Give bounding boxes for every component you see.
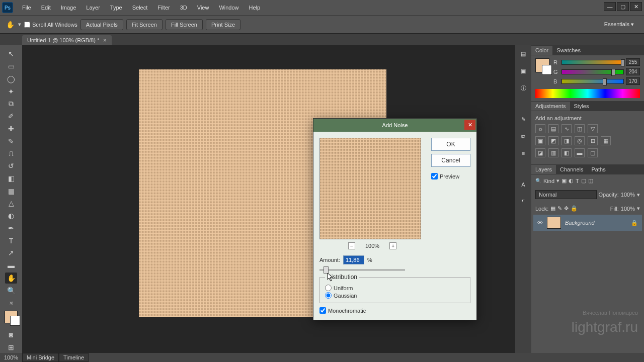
filter-smart-icon[interactable]: ◫ bbox=[588, 177, 593, 184]
filter-pixel-icon[interactable]: ▣ bbox=[561, 177, 567, 184]
zoom-in-button[interactable]: + bbox=[389, 242, 396, 249]
tab-paths[interactable]: Paths bbox=[588, 165, 610, 174]
menu-filter[interactable]: Filter bbox=[152, 3, 175, 13]
dialog-title[interactable]: Add Noise ✕ bbox=[313, 119, 476, 132]
cancel-button[interactable]: Cancel bbox=[431, 154, 470, 167]
b-value[interactable]: 170 bbox=[626, 77, 640, 85]
layer-row[interactable]: 👁 Background 🔒 bbox=[533, 215, 642, 231]
hand-tool[interactable]: ✋ bbox=[5, 273, 17, 284]
g-slider[interactable] bbox=[561, 69, 624, 74]
history-brush-tool[interactable]: ↺ bbox=[5, 160, 17, 172]
g-value[interactable]: 204 bbox=[626, 68, 640, 75]
lock-all-icon[interactable]: 🔒 bbox=[571, 205, 578, 212]
fit-screen-button[interactable]: Fit Screen bbox=[126, 19, 163, 30]
preview-checkbox[interactable]: Preview bbox=[431, 173, 470, 179]
brush-panel-icon[interactable]: ✎ bbox=[519, 115, 528, 124]
menu-select[interactable]: Select bbox=[127, 3, 153, 13]
ok-button[interactable]: OK bbox=[431, 138, 470, 151]
invert-icon[interactable]: ◪ bbox=[535, 148, 545, 157]
selective-icon[interactable]: ▢ bbox=[588, 148, 598, 157]
type-tool[interactable]: T bbox=[5, 235, 17, 246]
menu-type[interactable]: Type bbox=[105, 3, 127, 13]
blend-mode-select[interactable]: Normal bbox=[535, 190, 597, 199]
clone-panel-icon[interactable]: ⧉ bbox=[519, 132, 528, 141]
actual-pixels-button[interactable]: Actual Pixels bbox=[80, 19, 123, 30]
move-tool[interactable]: ↖ bbox=[5, 48, 17, 60]
b-slider[interactable] bbox=[561, 79, 624, 84]
history-icon[interactable]: ▤ bbox=[519, 49, 528, 58]
actions-icon[interactable]: ▣ bbox=[519, 66, 528, 75]
character-icon[interactable]: A bbox=[519, 180, 528, 189]
hue-icon[interactable]: ▣ bbox=[535, 136, 545, 145]
pen-tool[interactable]: ✒ bbox=[5, 223, 17, 234]
gradient-map-icon[interactable]: ▬ bbox=[575, 148, 585, 157]
lasso-tool[interactable]: ◯ bbox=[5, 73, 17, 85]
eraser-tool[interactable]: ◧ bbox=[5, 173, 17, 185]
filter-adj-icon[interactable]: ◐ bbox=[569, 177, 574, 184]
photo-filter-icon[interactable]: ◎ bbox=[575, 136, 585, 145]
marquee-tool[interactable]: ▭ bbox=[5, 61, 17, 72]
app-logo[interactable]: Ps bbox=[2, 2, 13, 13]
close-tab-icon[interactable]: × bbox=[103, 37, 106, 43]
tab-channels[interactable]: Channels bbox=[556, 165, 587, 174]
document-tab[interactable]: Untitled-1 @ 100% (RGB/8) * × bbox=[22, 35, 112, 45]
crop-tool[interactable]: ⧉ bbox=[5, 98, 17, 110]
color-swatch[interactable] bbox=[535, 58, 549, 72]
tab-layers[interactable]: Layers bbox=[531, 165, 556, 174]
zoom-level[interactable]: 100% bbox=[4, 354, 18, 360]
layer-thumbnail[interactable] bbox=[547, 217, 561, 229]
workspace-switcher[interactable]: Essentials ▾ bbox=[599, 19, 639, 30]
menu-3d[interactable]: 3D bbox=[175, 3, 192, 13]
dialog-close-button[interactable]: ✕ bbox=[464, 120, 475, 130]
tab-adjustments[interactable]: Adjustments bbox=[531, 102, 570, 111]
spectrum-bar[interactable] bbox=[535, 89, 640, 98]
tab-swatches[interactable]: Swatches bbox=[552, 46, 585, 55]
gradient-tool[interactable]: ▦ bbox=[5, 185, 17, 197]
exposure-icon[interactable]: ◫ bbox=[575, 124, 585, 133]
tab-color[interactable]: Color bbox=[531, 46, 552, 55]
r-slider[interactable] bbox=[561, 60, 624, 65]
opacity-value[interactable]: 100% bbox=[621, 192, 635, 198]
curves-icon[interactable]: ∿ bbox=[561, 124, 572, 133]
blur-tool[interactable]: △ bbox=[5, 198, 17, 209]
minimize-button[interactable]: — bbox=[604, 2, 616, 11]
maximize-button[interactable]: ▢ bbox=[617, 2, 629, 11]
menu-layer[interactable]: Layer bbox=[81, 3, 105, 13]
hand-tool-icon[interactable]: ✋ bbox=[5, 20, 15, 30]
fill-screen-button[interactable]: Fill Screen bbox=[166, 19, 203, 30]
menu-window[interactable]: Window bbox=[214, 3, 244, 13]
shape-tool[interactable]: ▬ bbox=[5, 260, 17, 272]
swap-colors-icon[interactable]: ⤭ bbox=[5, 297, 17, 309]
paragraph-icon[interactable]: ¶ bbox=[519, 197, 528, 206]
info-icon[interactable]: ⓘ bbox=[519, 83, 528, 93]
noise-preview[interactable] bbox=[319, 138, 421, 239]
vibrance-icon[interactable]: ▽ bbox=[588, 124, 598, 133]
lock-pos-icon[interactable]: ✥ bbox=[564, 205, 569, 212]
zoom-tool[interactable]: 🔍 bbox=[5, 285, 17, 296]
fill-value[interactable]: 100% bbox=[621, 206, 635, 212]
lookup-icon[interactable]: ▦ bbox=[601, 136, 611, 145]
heal-tool[interactable]: ✚ bbox=[5, 123, 17, 135]
posterize-icon[interactable]: ▥ bbox=[548, 148, 558, 157]
mini-bridge-tab[interactable]: Mini Bridge bbox=[22, 353, 59, 362]
menu-help[interactable]: Help bbox=[244, 3, 266, 13]
foreground-color-swatch[interactable] bbox=[5, 311, 18, 323]
stamp-tool[interactable]: ⎍ bbox=[5, 148, 17, 159]
levels-icon[interactable]: ▤ bbox=[548, 124, 558, 133]
amount-slider[interactable] bbox=[319, 269, 405, 270]
threshold-icon[interactable]: ◧ bbox=[561, 148, 572, 157]
print-size-button[interactable]: Print Size bbox=[206, 19, 240, 30]
amount-input[interactable]: 11,86 bbox=[343, 255, 364, 264]
monochromatic-checkbox[interactable]: Monochromatic bbox=[319, 307, 470, 314]
layer-name[interactable]: Background bbox=[565, 220, 595, 226]
eyedropper-tool[interactable]: ✐ bbox=[5, 111, 17, 122]
filter-shape-icon[interactable]: ▢ bbox=[581, 177, 586, 184]
layercomp-icon[interactable]: ≡ bbox=[519, 149, 528, 158]
balance-icon[interactable]: ◩ bbox=[548, 136, 558, 145]
visibility-icon[interactable]: 👁 bbox=[537, 220, 543, 226]
menu-view[interactable]: View bbox=[192, 3, 214, 13]
gaussian-radio[interactable]: Gaussian bbox=[325, 292, 465, 299]
dodge-tool[interactable]: ◐ bbox=[5, 210, 17, 222]
menu-file[interactable]: File bbox=[17, 3, 36, 13]
tab-styles[interactable]: Styles bbox=[570, 102, 593, 111]
